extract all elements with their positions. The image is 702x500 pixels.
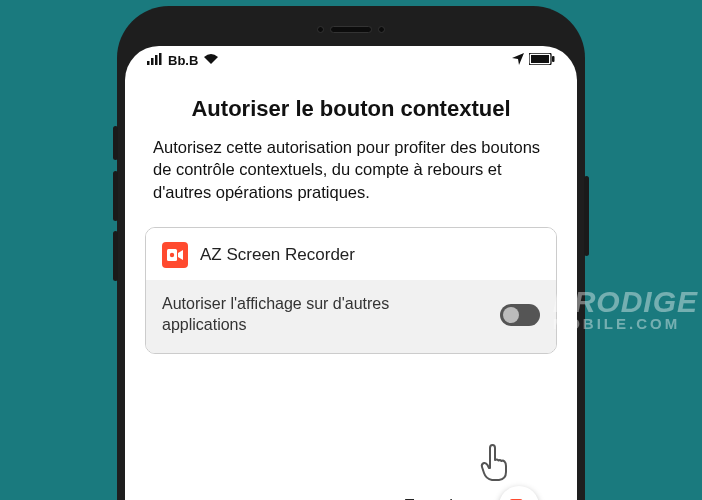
notch [125, 14, 577, 44]
page-description: Autorisez cette autorisation pour profit… [153, 136, 549, 203]
location-icon [512, 53, 524, 68]
svg-rect-6 [552, 56, 555, 62]
permission-label: Autoriser l'affichage sur d'autres appli… [162, 294, 442, 336]
svg-rect-5 [531, 55, 549, 63]
pointer-hand-icon [477, 444, 511, 486]
page-title: Autoriser le bouton contextuel [141, 96, 561, 122]
record-action-row: Enregistrer [404, 486, 539, 500]
svg-rect-3 [159, 53, 162, 65]
record-button[interactable] [499, 486, 539, 500]
battery-icon [529, 53, 555, 68]
svg-rect-1 [151, 58, 154, 65]
signal-icon [147, 53, 163, 68]
app-name: AZ Screen Recorder [200, 245, 355, 265]
status-bar: Bb.B [125, 46, 577, 74]
svg-rect-0 [147, 61, 150, 65]
volume-down-button [113, 231, 118, 281]
permission-card: AZ Screen Recorder Autoriser l'affichage… [145, 227, 557, 355]
power-button [584, 176, 589, 256]
app-icon [162, 242, 188, 268]
volume-up-button [113, 171, 118, 221]
phone-frame: Bb.B Autoriser le bouton contextuel Auto… [117, 6, 585, 500]
svg-point-8 [170, 253, 174, 257]
overlay-permission-row[interactable]: Autoriser l'affichage sur d'autres appli… [146, 280, 556, 354]
screen: Bb.B Autoriser le bouton contextuel Auto… [125, 46, 577, 500]
carrier-label: Bb.B [168, 53, 198, 68]
svg-rect-2 [155, 55, 158, 65]
overlay-permission-toggle[interactable] [500, 304, 540, 326]
wifi-icon [203, 53, 219, 68]
app-header-row: AZ Screen Recorder [146, 228, 556, 280]
record-label: Enregistrer [404, 496, 487, 500]
side-button [113, 126, 118, 160]
